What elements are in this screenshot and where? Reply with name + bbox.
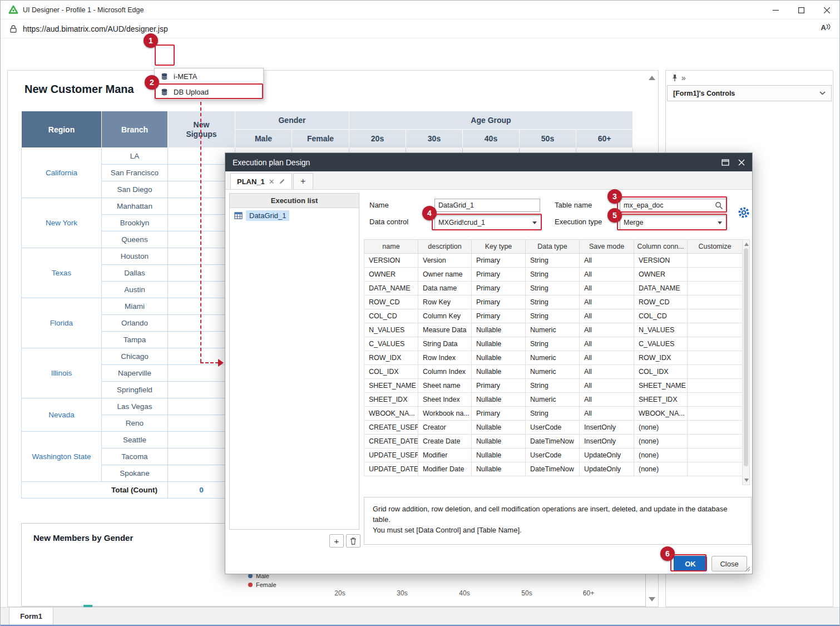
grid-column-header[interactable]: Save mode [580, 240, 634, 254]
grid-cell[interactable]: (none) [634, 448, 688, 462]
grid-cell[interactable]: UPDATE_USER [364, 448, 418, 462]
grid-cell[interactable]: Primary [472, 282, 526, 295]
grid-cell[interactable]: UpdateOnly [580, 462, 634, 476]
url-text[interactable]: https://aud.bimatrix.com/AUD/designer.js… [23, 24, 168, 33]
grid-cell[interactable]: All [580, 268, 634, 282]
grid-scroll-up-icon[interactable] [744, 243, 749, 246]
minimize-button[interactable] [763, 1, 788, 19]
dialog-close-icon[interactable] [738, 159, 745, 166]
grid-cell[interactable]: String Data [418, 337, 472, 351]
grid-cell[interactable]: (none) [634, 435, 688, 448]
grid-cell[interactable]: UPDATE_DATE [364, 462, 418, 476]
name-input[interactable]: DataGrid_1 [434, 199, 540, 212]
grid-cell[interactable]: Workbook na... [418, 407, 472, 421]
grid-cell[interactable]: WBOOK_NA... [634, 407, 688, 421]
address-bar[interactable]: https://aud.bimatrix.com/AUD/designer.js… [1, 19, 839, 38]
grid-column-header[interactable]: description [418, 240, 472, 254]
grid-cell[interactable] [688, 337, 743, 351]
grid-cell[interactable] [688, 407, 743, 421]
grid-cell[interactable]: All [580, 351, 634, 365]
grid-scroll-thumb[interactable] [744, 248, 748, 466]
grid-cell[interactable] [688, 379, 743, 393]
grid-cell[interactable]: All [580, 282, 634, 295]
grid-cell[interactable]: String [526, 407, 580, 421]
grid-cell[interactable] [688, 421, 743, 435]
grid-cell[interactable] [688, 462, 743, 476]
grid-cell[interactable]: COL_CD [364, 309, 418, 323]
grid-cell[interactable]: Nullable [472, 365, 526, 379]
grid-column-header[interactable]: Column conn... [634, 240, 688, 254]
grid-cell[interactable]: All [580, 337, 634, 351]
canvas-scroll-up-icon[interactable] [649, 76, 655, 80]
grid-cell[interactable]: (none) [634, 462, 688, 476]
grid-cell[interactable]: All [580, 295, 634, 309]
grid-cell[interactable]: DATA_NAME [364, 282, 418, 295]
grid-cell[interactable]: Numeric [526, 351, 580, 365]
read-aloud-icon[interactable]: A [821, 23, 831, 32]
tab-form1[interactable]: Form1 [9, 608, 53, 625]
grid-cell[interactable]: Measure Data [418, 323, 472, 337]
grid-cell[interactable] [688, 254, 743, 268]
grid-cell[interactable]: All [580, 309, 634, 323]
grid-cell[interactable]: COL_CD [634, 309, 688, 323]
execution-list-item[interactable]: DataGrid_1 [230, 208, 359, 223]
grid-cell[interactable]: ROW_CD [364, 295, 418, 309]
grid-cell[interactable] [688, 351, 743, 365]
grid-cell[interactable]: Sheet Index [418, 393, 472, 407]
grid-cell[interactable]: String [526, 379, 580, 393]
grid-cell[interactable]: SHEET_IDX [364, 393, 418, 407]
grid-cell[interactable]: COL_IDX [634, 365, 688, 379]
grid-cell[interactable]: String [526, 254, 580, 268]
grid-cell[interactable]: Primary [472, 379, 526, 393]
grid-cell[interactable]: Nullable [472, 421, 526, 435]
grid-cell[interactable]: Creator [418, 421, 472, 435]
grid-cell[interactable]: SHEET_IDX [634, 393, 688, 407]
tab-plan-1[interactable]: PLAN_1 ✕ [230, 173, 292, 189]
grid-cell[interactable]: DateTimeNow [526, 435, 580, 448]
grid-cell[interactable]: Primary [472, 407, 526, 421]
grid-cell[interactable]: C_VALUES [634, 337, 688, 351]
grid-column-header[interactable]: Key type [472, 240, 526, 254]
grid-cell[interactable] [688, 435, 743, 448]
grid-cell[interactable]: Numeric [526, 393, 580, 407]
grid-cell[interactable]: UserCode [526, 421, 580, 435]
grid-cell[interactable]: InsertOnly [580, 421, 634, 435]
grid-cell[interactable]: CREATE_DATE [364, 435, 418, 448]
grid-cell[interactable]: Owner name [418, 268, 472, 282]
grid-cell[interactable]: SHEET_NAME [364, 379, 418, 393]
grid-column-header[interactable]: Data type [526, 240, 580, 254]
grid-cell[interactable]: DateTimeNow [526, 462, 580, 476]
grid-cell[interactable]: ROW_CD [634, 295, 688, 309]
grid-cell[interactable]: OWNER [364, 268, 418, 282]
grid-cell[interactable]: Version [418, 254, 472, 268]
grid-cell[interactable]: WBOOK_NA... [364, 407, 418, 421]
grid-cell[interactable]: String [526, 282, 580, 295]
grid-cell[interactable]: Nullable [472, 393, 526, 407]
grid-cell[interactable]: All [580, 393, 634, 407]
grid-cell[interactable]: String [526, 309, 580, 323]
grid-cell[interactable]: Numeric [526, 365, 580, 379]
grid-cell[interactable]: VERSION [634, 254, 688, 268]
grid-cell[interactable]: Nullable [472, 462, 526, 476]
close-button[interactable]: Close [711, 556, 747, 571]
grid-cell[interactable]: Create Date [418, 435, 472, 448]
grid-cell[interactable]: Numeric [526, 323, 580, 337]
form-controls-header[interactable]: [Form1]'s Controls [667, 85, 832, 101]
grid-cell[interactable]: DATA_NAME [634, 282, 688, 295]
grid-cell[interactable] [688, 365, 743, 379]
collapse-panel-icon[interactable]: » [681, 73, 686, 82]
grid-cell[interactable]: Row Index [418, 351, 472, 365]
grid-cell[interactable]: SHEET_NAME [634, 379, 688, 393]
grid-cell[interactable]: COL_IDX [364, 365, 418, 379]
grid-cell[interactable]: Sheet name [418, 379, 472, 393]
grid-cell[interactable]: Nullable [472, 323, 526, 337]
grid-cell[interactable]: N_VALUES [364, 323, 418, 337]
grid-cell[interactable]: Primary [472, 268, 526, 282]
grid-scroll-down-icon[interactable] [744, 479, 749, 482]
grid-cell[interactable]: String [526, 268, 580, 282]
grid-cell[interactable]: String [526, 337, 580, 351]
grid-cell[interactable]: VERSION [364, 254, 418, 268]
grid-cell[interactable]: Column Index [418, 365, 472, 379]
dialog-maximize-icon[interactable] [722, 159, 729, 166]
grid-cell[interactable]: ROW_IDX [634, 351, 688, 365]
